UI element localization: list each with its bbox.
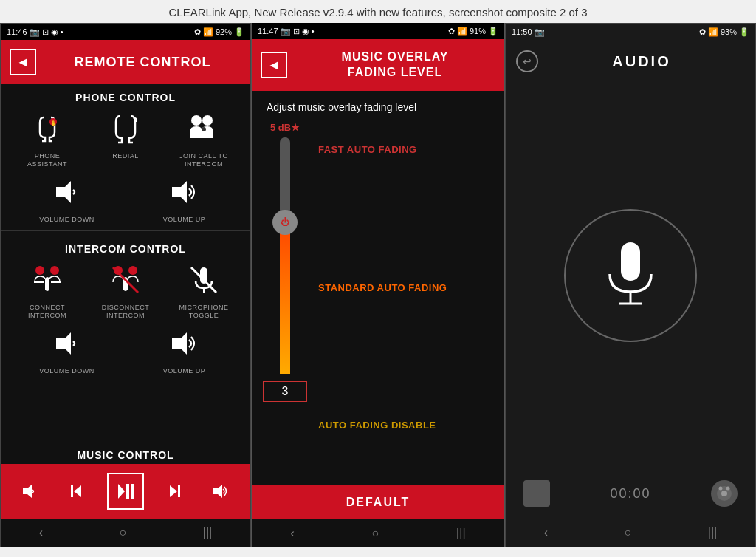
phone2-connectivity: ✿ 📶 — [448, 27, 467, 36]
phone3-nav-menu[interactable]: ||| — [708, 526, 717, 539]
phone1-battery: 92% — [216, 27, 232, 36]
intercom-music-divider — [1, 383, 250, 383]
phone3-nav-home[interactable]: ○ — [625, 526, 632, 539]
phone1-nav-bar: ‹ ○ ||| — [1, 519, 250, 547]
phone-assistant-item[interactable]: ✋ PHONE ASSISTANT — [14, 108, 80, 168]
mic-toggle-item[interactable]: MICROPHONE TOGGLE — [171, 259, 237, 320]
audio-title: AUDIO — [538, 53, 745, 70]
svg-point-30 — [721, 491, 727, 496]
intercom-buttons-row1: CONNECT INTERCOM DISCONNE — [8, 259, 243, 320]
phone2-header-title: MUSIC OVERLAYFADING LEVEL — [295, 49, 495, 81]
phone2-time: 11:47 — [258, 27, 278, 35]
phone3-battery-icon: 🔋 — [739, 27, 749, 37]
phone1-connectivity: ✿ 📶 — [194, 27, 213, 37]
default-button[interactable]: DEFAULT — [252, 485, 504, 519]
next-track-button[interactable] — [158, 475, 190, 508]
fading-slider-column: 5 dB★ ⏻ 3 — [267, 122, 303, 475]
svg-marker-23 — [170, 485, 177, 497]
phone2-nav-home[interactable]: ○ — [372, 527, 379, 540]
phone3-nav-back[interactable]: ‹ — [544, 526, 548, 539]
svg-rect-24 — [178, 485, 180, 497]
page-title: CLEARLink App, New Release v2.9.4 with n… — [0, 0, 756, 23]
play-pause-button[interactable] — [107, 473, 144, 510]
join-call-icon — [183, 108, 224, 149]
disconnect-intercom-item[interactable]: DISCONNECT INTERCOM — [92, 259, 159, 320]
phone-mic-icon: ✋ — [27, 108, 68, 149]
music-control-section: MUSIC CONTROL — [1, 443, 250, 519]
phone1-back-button[interactable]: ◄ — [10, 49, 36, 75]
fading-value-box: 3 — [263, 381, 307, 402]
music-volume-down-button[interactable] — [14, 475, 47, 508]
phone3-header: ↩ AUDIO — [506, 40, 755, 83]
phone-volume-up-label: VOLUME UP — [163, 216, 206, 224]
intercom-volume-row: VOLUME DOWN VOLUME UP — [8, 323, 243, 375]
phone2-header: ◄ MUSIC OVERLAYFADING LEVEL — [252, 39, 504, 91]
phone1-time: 11:46 — [7, 27, 27, 36]
mic-circle — [564, 209, 697, 342]
phone1-nav-home[interactable]: ○ — [120, 526, 127, 539]
svg-marker-17 — [23, 485, 32, 498]
phone-volume-down-icon — [47, 171, 88, 213]
svg-point-4 — [202, 127, 206, 131]
phone3-battery: 93% — [721, 27, 737, 36]
phone1-header-title: REMOTE CONTROL — [44, 55, 241, 70]
music-control-title: MUSIC CONTROL — [1, 443, 250, 464]
phone-intercom-divider — [1, 230, 250, 231]
svg-text:✋: ✋ — [50, 120, 57, 126]
phone-volume-down-label: VOLUME DOWN — [39, 216, 94, 224]
join-call-item[interactable]: JOIN CALL TO INTERCOM — [171, 108, 237, 168]
audio-back-indicator[interactable]: ↩ — [516, 50, 538, 72]
svg-point-8 — [50, 266, 59, 275]
phone-volume-down-item[interactable]: VOLUME DOWN — [34, 171, 100, 224]
intercom-volume-up-item[interactable]: VOLUME UP — [151, 323, 218, 375]
redial-icon — [105, 108, 146, 149]
disconnect-intercom-label: DISCONNECT INTERCOM — [92, 304, 159, 320]
phone2-back-button[interactable]: ◄ — [261, 52, 287, 78]
slider-thumb[interactable]: ⏻ — [272, 210, 298, 235]
svg-point-10 — [128, 266, 137, 275]
svg-point-7 — [35, 266, 44, 275]
fading-content: Adjust music overlay fading level 5 dB★ … — [252, 91, 504, 485]
slider-bottom-fill — [280, 219, 290, 374]
prev-track-button[interactable] — [61, 475, 93, 508]
svg-point-3 — [202, 115, 213, 126]
svg-rect-22 — [131, 484, 134, 499]
connect-intercom-label: CONNECT INTERCOM — [14, 304, 80, 320]
phone-volume-up-item[interactable]: VOLUME UP — [151, 171, 218, 224]
phone3-nav-bar: ‹ ○ ||| — [506, 519, 755, 547]
phone-volume-up-icon — [164, 171, 205, 213]
svg-rect-21 — [126, 484, 129, 499]
phone1-battery-icon: 🔋 — [234, 27, 244, 37]
svg-point-2 — [191, 115, 202, 126]
phone2-nav-menu[interactable]: ||| — [456, 527, 465, 540]
phone1-nav-menu[interactable]: ||| — [203, 526, 212, 539]
fast-fading-label: FAST AUTO FADING — [318, 144, 489, 155]
phone1-status-icons: 📷 ⊡ ◉ • — [30, 27, 63, 37]
standard-fading-label: STANDARD AUTO FADING — [318, 282, 489, 293]
intercom-volume-up-label: VOLUME UP — [163, 367, 206, 375]
connect-intercom-item[interactable]: CONNECT INTERCOM — [14, 259, 80, 320]
microphone-svg — [601, 239, 660, 312]
stop-button[interactable] — [523, 480, 550, 507]
intercom-volume-down-item[interactable]: VOLUME DOWN — [34, 323, 100, 375]
svg-marker-6 — [172, 181, 187, 203]
audio-controls: 00:00 — [506, 468, 755, 519]
svg-marker-18 — [74, 485, 81, 497]
phone2-status-bar: 11:47 📷 ⊡ ◉ • ✿ 📶 91% 🔋 — [252, 23, 504, 39]
phone1-nav-back[interactable]: ‹ — [39, 526, 43, 539]
fading-labels-column: FAST AUTO FADING STANDARD AUTO FADING AU… — [318, 122, 489, 475]
svg-marker-15 — [56, 332, 71, 355]
slider-track[interactable]: ⏻ — [280, 137, 290, 374]
phone2-nav-bar: ‹ ○ ||| — [252, 519, 504, 547]
intercom-control-title: INTERCOM CONTROL — [1, 236, 250, 259]
phone2-battery: 91% — [470, 27, 486, 35]
phone2-nav-back[interactable]: ‹ — [290, 527, 294, 540]
phone-volume-row: VOLUME DOWN VOLUME UP — [8, 171, 243, 224]
svg-point-31 — [718, 487, 722, 491]
redial-item[interactable]: REDIAL — [92, 108, 159, 168]
intercom-volume-down-label: VOLUME DOWN — [39, 367, 94, 375]
audio-settings-button[interactable] — [711, 480, 738, 507]
music-volume-up-button[interactable] — [205, 475, 237, 508]
phone2-battery-icon: 🔋 — [488, 27, 498, 36]
adjust-text: Adjust music overlay fading level — [267, 101, 489, 113]
